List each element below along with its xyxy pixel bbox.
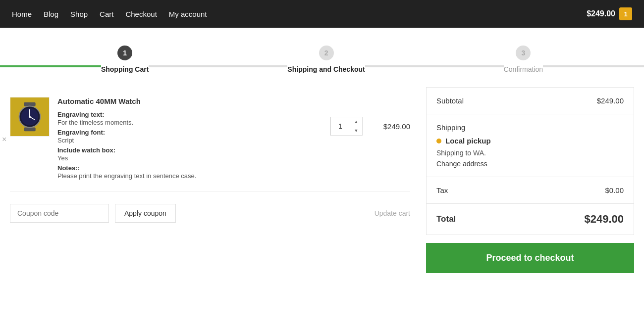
shipping-label: Shipping	[436, 123, 624, 132]
update-cart-button[interactable]: Update cart	[375, 209, 410, 217]
shipping-block: Shipping Local pickup Shipping to WA. Ch…	[427, 114, 634, 177]
item-engraving-text: Engraving text: For the timeless moments…	[57, 110, 322, 126]
subtotal-row: Subtotal $249.00	[427, 88, 634, 114]
nav-links: Home Blog Shop Cart Checkout My account	[12, 10, 207, 18]
shipping-option-label: Local pickup	[445, 137, 491, 145]
nav-shop[interactable]: Shop	[70, 10, 88, 18]
item-engraving-font: Engraving font: Script	[57, 128, 322, 144]
remove-item-button[interactable]: ×	[2, 135, 6, 144]
cart-section: × Automatic 40MM Watch	[10, 87, 410, 273]
tax-row: Tax $0.00	[427, 177, 634, 204]
proceed-to-checkout-button[interactable]: Proceed to checkout	[426, 243, 634, 273]
cart-item: × Automatic 40MM Watch	[10, 87, 410, 192]
watch-box-value: Yes	[57, 154, 68, 162]
engraving-font-value: Script	[57, 137, 74, 144]
item-name: Automatic 40MM Watch	[57, 97, 322, 105]
total-value: $249.00	[584, 213, 624, 226]
cart-indicator[interactable]: $249.00 1	[587, 7, 632, 20]
nav-blog[interactable]: Blog	[44, 10, 58, 18]
quantity-arrows: ▲ ▼	[350, 117, 362, 135]
engraving-text-value: For the timeless moments.	[57, 119, 133, 126]
subtotal-value: $249.00	[597, 96, 624, 105]
step-1: 1 Shopping Cart	[101, 46, 149, 73]
order-summary: Subtotal $249.00 Shipping Local pickup S…	[426, 87, 634, 235]
item-details: Automatic 40MM Watch Engraving text: For…	[57, 97, 322, 182]
total-label: Total	[436, 214, 456, 224]
step-label-1: Shopping Cart	[101, 65, 149, 73]
item-image	[10, 97, 50, 137]
step-line-3	[365, 65, 504, 67]
total-row: Total $249.00	[427, 204, 634, 235]
coupon-row: Apply coupon Update cart	[10, 192, 410, 235]
step-circle-2: 2	[319, 46, 334, 60]
nav-my-account[interactable]: My account	[169, 10, 207, 18]
engraving-text-label: Engraving text:	[57, 111, 105, 118]
step-line-2	[149, 65, 287, 67]
step-3: 3 Confirmation	[504, 46, 543, 73]
step-line-1	[0, 65, 101, 67]
quantity-control: 1 ▲ ▼	[330, 117, 363, 136]
quantity-up-button[interactable]: ▲	[350, 117, 362, 126]
svg-rect-1	[24, 102, 35, 106]
content-area: × Automatic 40MM Watch	[10, 87, 634, 293]
watch-svg	[10, 97, 49, 137]
item-notes: Notes:: Please print the engraving text …	[57, 164, 322, 180]
shipping-dot-icon	[436, 139, 441, 143]
quantity-value: 1	[330, 117, 350, 135]
nav-home[interactable]: Home	[12, 10, 32, 18]
shipping-option: Local pickup	[436, 137, 624, 145]
step-line-4	[543, 65, 644, 67]
svg-rect-2	[24, 127, 35, 131]
step-2: 2 Shipping and Checkout	[287, 46, 365, 73]
notes-value: Please print the engraving text in sente…	[57, 172, 196, 180]
subtotal-label: Subtotal	[436, 96, 464, 105]
notes-label: Notes::	[57, 164, 80, 172]
watch-box-label: Include watch box:	[57, 146, 115, 154]
nav-checkout[interactable]: Checkout	[125, 10, 157, 18]
tax-value: $0.00	[605, 186, 624, 194]
nav-cart[interactable]: Cart	[100, 10, 113, 18]
engraving-font-label: Engraving font:	[57, 129, 105, 136]
step-circle-1: 1	[117, 46, 132, 60]
step-label-3: Confirmation	[504, 65, 543, 73]
apply-coupon-button[interactable]: Apply coupon	[115, 204, 176, 223]
coupon-input[interactable]	[10, 204, 109, 223]
navigation: Home Blog Shop Cart Checkout My account …	[0, 0, 644, 28]
cart-badge: 1	[619, 7, 632, 20]
step-label-2: Shipping and Checkout	[287, 65, 365, 73]
svg-point-7	[29, 116, 31, 118]
item-watch-box: Include watch box: Yes	[57, 146, 322, 162]
step-circle-3: 3	[516, 46, 531, 60]
step-row: 1 Shopping Cart 2 Shipping and Checkout …	[0, 46, 644, 73]
cart-total-price: $249.00	[587, 9, 615, 18]
change-address-link[interactable]: Change address	[436, 160, 487, 168]
tax-label: Tax	[436, 186, 448, 194]
quantity-down-button[interactable]: ▼	[350, 126, 362, 135]
item-qty-price: 1 ▲ ▼ $249.00	[330, 97, 410, 136]
shipping-to: Shipping to WA.	[436, 149, 624, 157]
order-summary-section: Subtotal $249.00 Shipping Local pickup S…	[426, 87, 634, 273]
checkout-stepper: 1 Shopping Cart 2 Shipping and Checkout …	[10, 28, 634, 87]
item-price: $249.00	[371, 122, 410, 131]
